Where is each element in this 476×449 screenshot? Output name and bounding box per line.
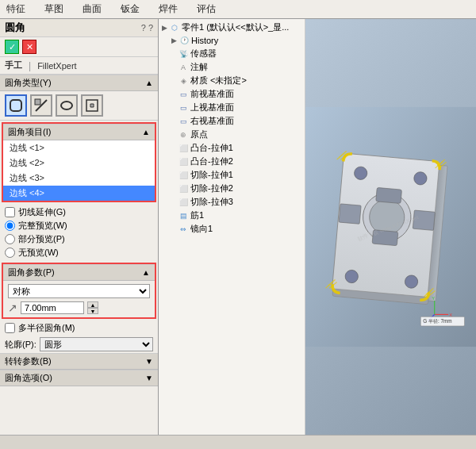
confirm-button[interactable]: ✓ [5,40,19,54]
tree-mirror[interactable]: ⇔ 镜向1 [159,222,305,236]
spinner-down[interactable]: ▼ [87,308,98,314]
tree-extrude2[interactable]: ⬜ 凸台-拉伸2 [159,155,305,168]
mode-tabs: 手工 | FilletXpert [0,57,158,75]
tree-cut2-label: 切除-拉伸2 [190,182,233,194]
svg-rect-21 [376,187,402,203]
tree-rib-label: 筋1 [190,209,204,221]
tree-root[interactable]: ▶ ⬡ 零件1 (默认认<<默认>_显... [159,21,305,34]
menu-surface[interactable]: 曲面 [79,1,105,17]
tree-cut1-label: 切除-拉伸1 [190,169,233,181]
profile-row: 轮廓(P): 圆形 [0,336,158,353]
tree-sensor-label: 传感器 [190,48,217,59]
partial-preview-row: 部分预览(P) [5,232,153,246]
tree-origin-label: 原点 [190,129,208,140]
tree-extrude2-label: 凸台-拉伸2 [190,155,233,167]
no-preview-row: 无预览(W) [5,246,153,259]
partial-preview-radio[interactable] [5,234,15,244]
no-preview-radio[interactable] [5,248,15,258]
filletxpert-tab[interactable]: FilletXpert [37,61,77,71]
tree-origin[interactable]: ⊕ 原点 [159,128,305,141]
fillet-type-3[interactable] [56,94,78,117]
panel-header: 圆角 ? ? [0,19,158,37]
tangent-extend-row: 切线延伸(G) [5,205,153,219]
radius-input[interactable] [21,301,84,314]
menu-sheetmetal[interactable]: 钣金 [117,1,143,17]
params-section: 圆角参数(P) ▲ 对称 ↗ ▲ ▼ [2,263,156,319]
reverse-params-header[interactable]: 转转参数(B) ▼ [0,353,158,370]
manual-tab[interactable]: 手工 [5,59,22,71]
cut3-icon: ⬜ [178,197,189,208]
symmetry-select[interactable]: 对称 [8,284,150,298]
list-item-3[interactable]: 边线 <3> [3,171,155,186]
tree-right-plane[interactable]: ▭ 右视基准面 [159,114,305,128]
fillet-type-4[interactable] [81,94,103,117]
tree-history-label: History [191,36,218,45]
part-icon: ⬡ [169,22,180,33]
tree-cut3[interactable]: ⬜ 切除-拉伸3 [159,195,305,209]
fillet-type-buttons [0,91,158,121]
annotation-icon: A [178,62,189,73]
chevron-down-icon2: ▼ [145,374,153,382]
fillet-items-section: 圆角项目(I) ▲ 边线 <1> 边线 <2> 边线 <3> 边线 <4> [2,122,156,202]
params-content: 对称 ↗ ▲ ▼ [3,281,155,317]
viewport[interactable]: X Y Z G 半径: 7mm 软件下载 www.XXXXX.net [305,19,476,435]
chevron-down-icon: ▼ [145,357,153,366]
material-icon: ◈ [178,75,189,86]
params-header[interactable]: 圆角参数(P) ▲ [3,264,155,281]
menu-evaluate[interactable]: 评估 [194,1,219,17]
right-content: ▶ ⬡ 零件1 (默认认<<默认>_显... ▶ 🕐 History 📡 传感器… [159,19,476,435]
tree-history[interactable]: ▶ 🕐 History [159,34,305,47]
chevron-up-icon2: ▲ [142,128,150,136]
svg-rect-0 [10,100,21,111]
list-item-4[interactable]: 边线 <4> [3,186,155,201]
tree-sensor[interactable]: 📡 传感器 [159,47,305,60]
menu-features[interactable]: 特征 [3,1,29,17]
menu-sketch[interactable]: 草图 [41,1,67,17]
fillet-type-2[interactable] [30,94,52,117]
extrude1-icon: ⬜ [178,143,189,154]
tree-cut1[interactable]: ⬜ 切除-拉伸1 [159,168,305,182]
status-bar [0,435,476,449]
tree-front-plane[interactable]: ▭ 前视基准面 [159,87,305,101]
list-item-1[interactable]: 边线 <1> [3,140,155,155]
tree-annotation-label: 注解 [190,61,208,73]
tangent-checkbox[interactable] [5,207,15,217]
tree-rib[interactable]: ▤ 筋1 [159,209,305,222]
cancel-button[interactable]: ✕ [22,40,36,54]
full-preview-label: 完整预览(W) [18,220,67,232]
tree-cut2[interactable]: ⬜ 切除-拉伸2 [159,182,305,195]
history-icon: 🕐 [178,35,190,46]
no-preview-label: 无预览(W) [18,247,59,259]
tree-annotation[interactable]: A 注解 [159,60,305,74]
help-icon[interactable]: ? ? [141,23,153,33]
fillet-items-label: 圆角项目(I) [8,126,51,138]
svg-text:Y: Y [432,296,435,301]
sensor-icon: 📡 [178,48,189,59]
tree-front-label: 前视基准面 [190,88,234,100]
fillet-options-header[interactable]: 圆角选项(O) ▼ [0,370,158,386]
tree-material[interactable]: ◈ 材质 <未指定> [159,74,305,87]
partial-preview-label: 部分预览(P) [18,233,65,245]
fillet-type-1[interactable] [5,94,27,117]
tree-extrude1[interactable]: ⬜ 凸台-拉伸1 [159,141,305,155]
profile-select[interactable]: 圆形 [40,337,153,351]
params-label: 圆角参数(P) [8,267,55,278]
svg-rect-23 [339,204,361,224]
multi-radius-row: 多半径圆角(M) [0,320,158,336]
menu-weldments[interactable]: 焊件 [155,1,181,17]
fillet-type-header[interactable]: 圆角类型(Y) ▲ [0,75,158,91]
fillet-items-header[interactable]: 圆角项目(I) ▲ [3,124,155,140]
chevron-up-icon: ▲ [145,79,153,87]
spinners: ▲ ▼ [87,301,98,314]
left-panel: 圆角 ? ? ✓ ✕ 手工 | FilletXpert 圆角类型(Y) ▲ [0,19,159,435]
extrude2-icon: ⬜ [178,156,189,167]
rib-icon: ▤ [178,210,189,221]
multi-radius-checkbox[interactable] [5,323,15,333]
tree-root-label: 零件1 (默认认<<默认>_显... [182,21,289,33]
spinner-up[interactable]: ▲ [87,301,98,308]
dim-label-text: G 半径: 7mm [423,318,451,324]
list-item-2[interactable]: 边线 <2> [3,155,155,171]
tree-top-plane[interactable]: ▭ 上视基准面 [159,101,305,114]
right-plane-icon: ▭ [178,116,189,127]
full-preview-radio[interactable] [5,221,15,231]
